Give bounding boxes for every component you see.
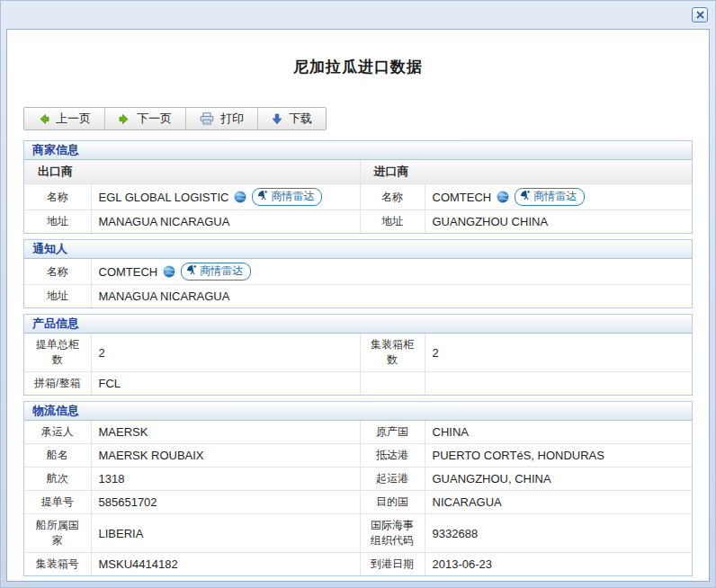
- field-label: 船所属国家: [24, 514, 91, 553]
- field-label: 集装箱号: [24, 553, 91, 576]
- field-label: 船名: [24, 444, 91, 468]
- field-value: MAERSK: [91, 421, 360, 444]
- notify-name-label: 名称: [24, 259, 91, 285]
- business-radar-link[interactable]: 商情雷达: [181, 263, 251, 281]
- close-icon: [696, 8, 704, 22]
- merchant-section-title: 商家信息: [24, 141, 692, 160]
- field-label: 提单号: [24, 491, 91, 514]
- exporter-name-cell: EGL GLOBAL LOGISTIC 商情雷达: [91, 184, 360, 210]
- exporter-header: 出口商: [24, 160, 360, 184]
- field-value: [425, 372, 692, 396]
- field-label: 起运港: [360, 468, 425, 491]
- field-label: [360, 372, 425, 396]
- importer-name-value: COMTECH: [433, 191, 492, 204]
- importer-header: 进口商: [360, 160, 692, 184]
- field-value: 1318: [91, 468, 360, 491]
- field-value: GUANGZHOU, CHINA: [425, 468, 692, 491]
- field-value: 585651702: [91, 491, 360, 514]
- business-radar-label: 商情雷达: [271, 189, 314, 204]
- field-label: 国际海事组织代码: [360, 514, 425, 553]
- prev-page-button[interactable]: 上一页: [24, 108, 105, 129]
- field-label: 承运人: [24, 421, 91, 444]
- arrow-left-icon: [38, 113, 49, 125]
- prev-page-label: 上一页: [56, 111, 91, 127]
- business-radar-label: 商情雷达: [200, 263, 243, 279]
- radar-icon: [257, 190, 268, 203]
- print-label: 打印: [220, 111, 244, 127]
- notify-address-value: MANAGUA NICARAGUA: [91, 285, 692, 308]
- globe-icon[interactable]: [163, 265, 175, 278]
- field-value: LIBERIA: [91, 514, 360, 553]
- exporter-name-label: 名称: [24, 184, 91, 210]
- field-value: MSKU4414182: [91, 553, 360, 576]
- business-radar-link[interactable]: 商情雷达: [252, 188, 322, 206]
- radar-icon: [186, 264, 197, 278]
- field-value: PUERTO CORTéS, HONDURAS: [425, 444, 692, 468]
- section-product-info: 产品信息 提单总柜数 2 集装箱柜数 2 拼箱/整箱 FCL: [23, 314, 693, 396]
- business-radar-label: 商情雷达: [533, 189, 577, 204]
- merchant-table: 出口商 进口商 名称 EGL GLOBAL LOGISTIC: [24, 160, 692, 233]
- product-section-title: 产品信息: [24, 315, 692, 334]
- logistics-table: 承运人 MAERSK 原产国 CHINA 船名 MAERSK ROUBAIX 抵…: [24, 421, 692, 575]
- toolbar: 上一页 下一页 打印: [23, 107, 327, 130]
- next-page-label: 下一页: [137, 111, 172, 127]
- field-label: 提单总柜数: [24, 334, 91, 372]
- exporter-address-value: MANAGUA NICARAGUA: [91, 210, 360, 234]
- field-label: 航次: [24, 468, 91, 491]
- importer-name-label: 名称: [360, 184, 425, 210]
- field-value: MAERSK ROUBAIX: [91, 444, 360, 468]
- globe-icon[interactable]: [234, 191, 246, 203]
- globe-icon[interactable]: [497, 191, 509, 203]
- field-value: FCL: [91, 372, 360, 396]
- field-value: NICARAGUA: [425, 491, 692, 514]
- download-button[interactable]: 下载: [258, 108, 326, 129]
- dialog-content: 尼加拉瓜进口数据 上一页 下一页: [6, 29, 710, 582]
- dialog-titlebar: [1, 1, 715, 29]
- field-label: 集装箱柜数: [360, 334, 425, 372]
- field-value: 2: [425, 334, 692, 372]
- dialog-window: 尼加拉瓜进口数据 上一页 下一页: [0, 0, 716, 588]
- notify-name-cell: COMTECH 商情雷达: [91, 259, 692, 285]
- next-page-button[interactable]: 下一页: [105, 108, 186, 129]
- field-value: CHINA: [425, 421, 692, 444]
- importer-address-value: GUANGZHOU CHINA: [425, 210, 692, 234]
- radar-icon: [520, 190, 531, 203]
- close-button[interactable]: [692, 7, 708, 22]
- field-value: 2013-06-23: [425, 553, 692, 576]
- field-value: 9332688: [425, 514, 692, 553]
- logistics-section-title: 物流信息: [24, 402, 692, 421]
- notify-address-label: 地址: [24, 285, 91, 308]
- notify-section-title: 通知人: [24, 240, 692, 259]
- download-label: 下载: [289, 111, 312, 127]
- product-table: 提单总柜数 2 集装箱柜数 2 拼箱/整箱 FCL: [24, 334, 692, 395]
- business-radar-link[interactable]: 商情雷达: [515, 188, 585, 206]
- section-logistics-info: 物流信息 承运人 MAERSK 原产国 CHINA 船名 MAERSK ROUB…: [23, 401, 693, 576]
- field-label: 原产国: [360, 421, 425, 444]
- exporter-address-label: 地址: [24, 210, 91, 234]
- arrow-right-icon: [119, 113, 130, 125]
- field-value: 2: [91, 334, 360, 372]
- notify-name-value: COMTECH: [99, 265, 158, 279]
- field-label: 目的国: [360, 491, 425, 514]
- arrow-down-icon: [272, 113, 282, 125]
- page-title: 尼加拉瓜进口数据: [7, 57, 709, 77]
- field-label: 到港日期: [360, 553, 425, 576]
- printer-icon: [200, 112, 214, 125]
- section-notify-party: 通知人 名称 COMTECH: [23, 239, 693, 308]
- importer-address-label: 地址: [360, 210, 425, 234]
- importer-name-cell: COMTECH 商情雷达: [425, 184, 692, 210]
- section-merchant-info: 商家信息 出口商 进口商 名称 EGL GLOBAL LOGISTIC: [23, 140, 693, 234]
- field-label: 抵达港: [360, 444, 425, 468]
- print-button[interactable]: 打印: [186, 108, 258, 129]
- notify-table: 名称 COMTECH 商情雷达: [24, 259, 692, 307]
- field-label: 拼箱/整箱: [24, 372, 91, 396]
- exporter-name-value: EGL GLOBAL LOGISTIC: [99, 191, 229, 204]
